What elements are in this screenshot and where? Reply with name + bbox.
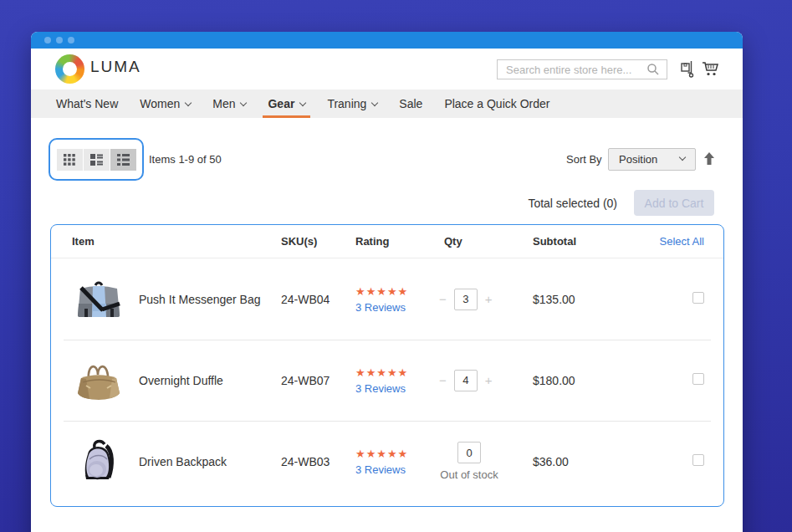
nav-sale[interactable]: Sale [389,90,432,118]
nav-gear[interactable]: Gear [258,90,315,118]
grid-icon [64,154,75,166]
main-nav: What's New Women Men Gear Traning Sale P… [31,90,743,118]
row-checkbox[interactable] [692,454,704,466]
chevron-down-icon [371,99,378,105]
view-grid-button[interactable] [57,149,83,171]
col-qty: Qty [439,235,533,248]
product-name[interactable]: Overnight Duffle [139,374,281,387]
qty-increase-button[interactable]: + [485,373,493,387]
site-header: LUMA [31,49,743,90]
search-input[interactable] [497,59,667,79]
sort-direction-icon[interactable] [703,151,716,166]
product-sku: 24-WB03 [281,455,355,468]
window-dot[interactable] [56,37,63,43]
reviews-link[interactable]: 3 Reviews [355,463,439,476]
qty-input[interactable] [454,289,478,310]
table-row: Driven Backpack 24-WB03 ★★★★★ 3 Reviews … [51,421,723,502]
brand-name[interactable]: LUMA [90,58,141,76]
nav-men[interactable]: Men [202,90,256,118]
search-icon[interactable] [646,63,660,76]
col-rating: Rating [355,235,439,248]
col-sku: SKU(s) [281,235,355,248]
product-name[interactable]: Driven Backpack [139,455,281,468]
col-item: Item [72,235,281,248]
product-image-duffle[interactable] [74,356,123,405]
nav-whats-new[interactable]: What's New [46,90,128,118]
qty-decrease-button[interactable]: − [439,373,447,387]
product-subtotal: $36.00 [533,455,641,468]
star-rating: ★★★★★ [355,448,439,460]
window-titlebar [31,32,743,49]
list-icon [117,154,130,166]
product-sku: 24-WB04 [281,293,355,306]
quick-order-icon[interactable] [680,60,697,79]
nav-traning[interactable]: Traning [317,90,387,118]
window-dot[interactable] [68,37,74,43]
product-subtotal: $135.00 [533,293,641,306]
product-table: Item SKU(s) Rating Qty Subtotal Select A… [50,224,724,507]
product-sku: 24-WB07 [281,374,355,387]
sort-select-value: Position [619,153,657,166]
col-subtotal: Subtotal [533,235,641,248]
product-image-messenger-bag[interactable] [74,275,123,324]
list-large-icon [90,154,103,166]
reviews-link[interactable]: 3 Reviews [355,382,439,395]
row-checkbox[interactable] [692,373,704,385]
chevron-down-icon [185,99,192,105]
nav-quick-order[interactable]: Place a Quick Order [434,90,560,118]
view-list-button[interactable] [84,149,110,171]
table-row: Push It Messenger Bag 24-WB04 ★★★★★ 3 Re… [51,258,723,340]
product-image-backpack[interactable] [74,437,123,486]
sort-by-label: Sort By [566,153,602,166]
chevron-down-icon [299,99,306,105]
qty-input[interactable] [454,370,478,391]
chevron-down-icon [679,154,686,161]
nav-women[interactable]: Women [130,90,201,118]
chevron-down-icon [240,99,247,105]
luma-logo-icon[interactable] [55,54,84,84]
cart-icon[interactable] [702,60,720,79]
items-count: Items 1-9 of 50 [149,153,222,166]
table-row: Overnight Duffle 24-WB07 ★★★★★ 3 Reviews… [51,340,723,421]
product-name[interactable]: Push It Messenger Bag [139,293,281,306]
add-to-cart-button[interactable]: Add to Cart [634,190,714,216]
total-selected: Total selected (0) [31,197,617,210]
product-subtotal: $180.00 [533,374,641,387]
qty-increase-button[interactable]: + [485,292,493,306]
reviews-link[interactable]: 3 Reviews [355,301,439,314]
stock-status: Out of stock [440,468,498,481]
qty-input[interactable] [457,442,481,463]
select-all-link[interactable]: Select All [641,235,723,248]
view-detailed-list-button[interactable] [110,149,136,171]
browser-window: LUMA What's New Women Men Gear Traning S… [31,32,743,532]
table-header: Item SKU(s) Rating Qty Subtotal Select A… [51,225,723,258]
star-rating: ★★★★★ [355,285,439,298]
star-rating: ★★★★★ [355,366,439,379]
sort-select[interactable]: Position [608,148,696,171]
qty-decrease-button[interactable]: − [439,292,447,306]
view-mode-switcher [49,138,144,181]
window-dot[interactable] [44,37,51,43]
row-checkbox[interactable] [692,292,704,304]
